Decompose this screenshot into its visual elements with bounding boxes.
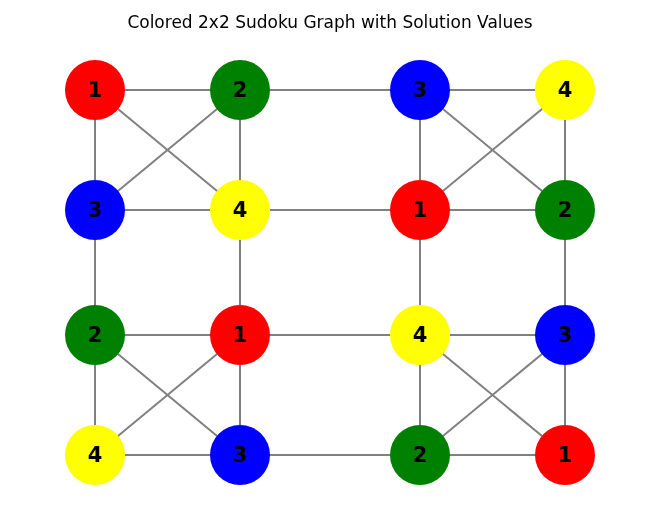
sudoku-graph: Colored 2x2 Sudoku Graph with Solution V… — [0, 0, 660, 522]
graph-node — [535, 60, 595, 120]
graph-node — [210, 425, 270, 485]
graph-node — [535, 180, 595, 240]
graph-node — [390, 60, 450, 120]
graph-node — [65, 425, 125, 485]
graph-node — [535, 425, 595, 485]
graph-node — [210, 180, 270, 240]
graph-node — [390, 425, 450, 485]
graph-node — [390, 180, 450, 240]
graph-node — [65, 180, 125, 240]
graph-node — [535, 305, 595, 365]
graph-node — [390, 305, 450, 365]
graph-node — [210, 305, 270, 365]
graph-node — [65, 305, 125, 365]
graph-canvas — [0, 0, 660, 522]
graph-node — [65, 60, 125, 120]
graph-node — [210, 60, 270, 120]
